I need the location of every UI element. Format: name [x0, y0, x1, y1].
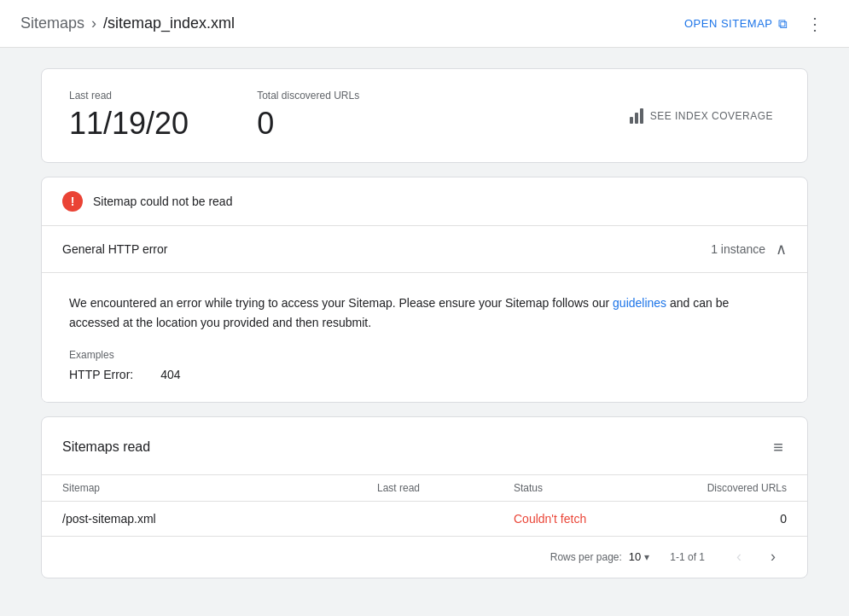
- sitemaps-read-card: Sitemaps read ≡ Sitemap Last read Status…: [41, 416, 808, 578]
- rows-per-page-select[interactable]: 10 ▾: [629, 550, 649, 563]
- external-link-icon: ⧉: [778, 16, 788, 32]
- bar-chart-icon: [630, 108, 643, 124]
- chevron-up-icon: ∧: [776, 240, 787, 259]
- total-urls-value: 0: [257, 105, 359, 142]
- breadcrumb: Sitemaps › /sitemap_index.xml: [20, 15, 235, 32]
- total-urls-label: Total discovered URLs: [257, 90, 359, 102]
- header-actions: OPEN SITEMAP ⧉ ⋮: [684, 10, 829, 38]
- see-index-coverage-button[interactable]: SEE INDEX COVERAGE: [623, 102, 780, 131]
- example-value: 404: [160, 368, 180, 381]
- example-row: HTTP Error: 404: [69, 368, 780, 381]
- error-row-general-http[interactable]: General HTTP error 1 instance ∧: [42, 226, 807, 273]
- last-read-value: 11/19/20: [69, 105, 189, 142]
- pagination-nav: ‹ ›: [725, 543, 787, 571]
- col-sitemap-header: Sitemap: [62, 482, 377, 494]
- sitemaps-read-header: Sitemaps read ≡: [42, 417, 807, 474]
- rows-per-page-label: Rows per page:: [550, 551, 622, 563]
- table-row: /post-sitemap.xml Couldn't fetch 0: [42, 502, 807, 537]
- breadcrumb-current-page: /sitemap_index.xml: [103, 15, 235, 32]
- error-header: ! Sitemap could not be read: [42, 177, 807, 226]
- error-title: Sitemap could not be read: [93, 195, 232, 208]
- more-options-icon[interactable]: ⋮: [801, 10, 829, 38]
- open-sitemap-button[interactable]: OPEN SITEMAP ⧉: [684, 16, 788, 32]
- error-type-label: General HTTP error: [62, 242, 167, 256]
- breadcrumb-chevron-icon: ›: [91, 15, 96, 32]
- see-coverage-label: SEE INDEX COVERAGE: [650, 110, 773, 122]
- rows-per-page-value: 10: [629, 550, 641, 563]
- guidelines-link[interactable]: guidelines: [613, 296, 666, 310]
- table-header: Sitemap Last read Status Discovered URLs: [42, 474, 807, 502]
- next-page-button[interactable]: ›: [759, 543, 787, 571]
- error-icon: !: [62, 191, 83, 212]
- instance-count: 1 instance: [711, 242, 765, 256]
- total-urls-stat: Total discovered URLs 0: [257, 90, 359, 142]
- rows-chevron-down-icon: ▾: [644, 551, 649, 563]
- prev-page-button[interactable]: ‹: [725, 543, 753, 571]
- status-cell: Couldn't fetch: [514, 512, 650, 526]
- stats-card: Last read 11/19/20 Total discovered URLs…: [41, 68, 808, 163]
- col-discovered-header: Discovered URLs: [650, 482, 787, 494]
- discovered-urls-cell: 0: [650, 512, 787, 526]
- sitemaps-read-title: Sitemaps read: [62, 439, 150, 455]
- filter-icon[interactable]: ≡: [770, 434, 787, 461]
- pagination-info: 1-1 of 1: [670, 551, 705, 563]
- header: Sitemaps › /sitemap_index.xml OPEN SITEM…: [0, 0, 849, 48]
- examples-label: Examples: [69, 349, 780, 361]
- last-read-stat: Last read 11/19/20: [69, 90, 189, 142]
- error-detail-text: We encountered an error while trying to …: [69, 293, 780, 332]
- table-footer: Rows per page: 10 ▾ 1-1 of 1 ‹ ›: [42, 537, 807, 578]
- error-card: ! Sitemap could not be read General HTTP…: [41, 177, 808, 403]
- rows-per-page: Rows per page: 10 ▾: [550, 550, 650, 563]
- last-read-label: Last read: [69, 90, 189, 102]
- main-content: Last read 11/19/20 Total discovered URLs…: [0, 48, 849, 599]
- example-key: HTTP Error:: [69, 368, 133, 381]
- open-sitemap-label: OPEN SITEMAP: [684, 17, 773, 30]
- error-row-right: 1 instance ∧: [711, 240, 787, 259]
- col-last-read-header: Last read: [377, 482, 514, 494]
- col-status-header: Status: [514, 482, 650, 494]
- error-detail-panel: We encountered an error while trying to …: [42, 273, 807, 402]
- sitemap-cell: /post-sitemap.xml: [62, 512, 377, 526]
- breadcrumb-sitemaps-link[interactable]: Sitemaps: [20, 15, 84, 32]
